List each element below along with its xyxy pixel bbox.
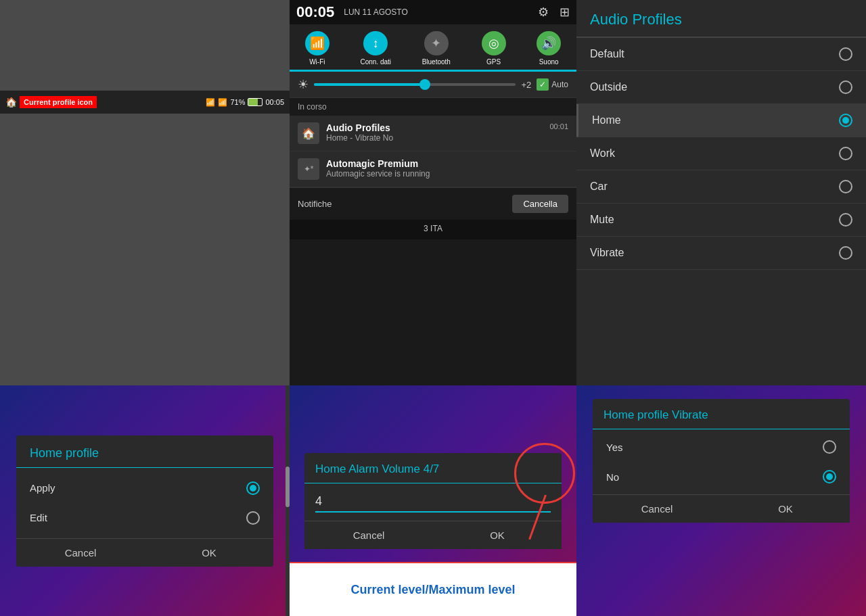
radio-edit[interactable] (246, 511, 260, 525)
vibrate-cancel-button[interactable]: Cancel (593, 495, 721, 523)
profile-vibrate[interactable]: Vibrate (576, 237, 866, 270)
volume-cancel-button[interactable]: Cancel (304, 521, 433, 549)
radio-yes[interactable] (823, 440, 836, 454)
bluetooth-icon: ✦ (424, 31, 449, 55)
auto-checkbox[interactable]: ✓ (537, 78, 549, 91)
radio-default[interactable] (839, 47, 852, 61)
notif-time: 00:05 (296, 3, 334, 21)
dialog-ok-button[interactable]: OK (145, 539, 273, 567)
dialog-options: Apply Edit (16, 468, 273, 538)
battery-level: 71% (230, 98, 245, 106)
option-apply[interactable]: Apply (16, 473, 273, 503)
panel-header: Audio Profiles (576, 0, 866, 38)
keyboard-bar (290, 237, 576, 239)
automagic-icon: ✦* (298, 158, 319, 180)
dialog-cancel-button[interactable]: Cancel (16, 539, 145, 567)
radio-vibrate[interactable] (839, 246, 852, 260)
option-edit[interactable]: Edit (16, 503, 273, 533)
annotation-box: Current level/Maximum level (290, 562, 576, 616)
vibrate-title: Home profile Vibrate (593, 399, 850, 429)
sound-icon: 🔊 (537, 31, 561, 55)
grid-icon[interactable]: ⊞ (560, 5, 570, 20)
radio-car[interactable] (839, 180, 852, 193)
radio-apply[interactable] (246, 481, 260, 495)
keyboard-indicator: 3 ITA (290, 220, 576, 237)
scroll-indicator (286, 385, 290, 616)
toggle-gps[interactable]: ◎ GPS (482, 31, 506, 66)
toggle-sound[interactable]: 🔊 Suono (537, 31, 561, 66)
brightness-icon: ☀ (298, 77, 309, 92)
vibrate-option-no[interactable]: No (593, 462, 850, 492)
profile-mute[interactable]: Mute (576, 204, 866, 237)
dialog-actions: Cancel OK (16, 538, 273, 567)
battery-bar (248, 98, 263, 106)
notification-panel: 00:05 LUN 11 AGOSTO ⚙ ⊞ 📶 Wi-Fi ↕ Conn. … (290, 0, 576, 385)
cancella-button[interactable]: Cancella (512, 195, 568, 213)
toggle-wifi[interactable]: 📶 Wi-Fi (305, 31, 329, 66)
notif-status-bar: 00:05 LUN 11 AGOSTO ⚙ ⊞ (290, 0, 576, 24)
notif-audio-content: Audio Profiles Home - Vibrate No (326, 122, 543, 143)
wifi-icon: 📶 (305, 31, 329, 55)
bottom-right-quadrant: Home profile Vibrate Yes No Cancel OK (576, 385, 866, 616)
gps-icon: ◎ (482, 31, 506, 55)
radio-mute[interactable] (839, 213, 852, 227)
profile-label: Current profile icon (20, 96, 97, 108)
notif-actions: Notifiche Cancella (290, 187, 576, 220)
volume-input[interactable] (315, 492, 551, 513)
vibrate-dialog: Home profile Vibrate Yes No Cancel OK (593, 399, 850, 523)
panel-title: Audio Profiles (590, 11, 682, 28)
signal-icon: 📶 (218, 98, 227, 107)
in-corso-label: In corso (290, 98, 576, 116)
radio-outside[interactable] (839, 80, 852, 94)
audio-profiles-panel: Audio Profiles Default Outside Home Work… (576, 0, 866, 385)
vibrate-option-yes[interactable]: Yes (593, 432, 850, 462)
brightness-row: ☀ +2 ✓ Auto (290, 72, 576, 98)
brightness-slider[interactable] (314, 83, 516, 86)
volume-dialog: Home Alarm Volume 4/7 Cancel OK (304, 453, 562, 549)
volume-input-row (304, 483, 562, 521)
notif-audio-time: 00:01 (549, 122, 568, 131)
profile-default[interactable]: Default (576, 38, 866, 71)
brightness-value: +2 (521, 80, 531, 90)
volume-title-wrapper: Home Alarm Volume 4/7 (304, 453, 562, 483)
volume-ok-button[interactable]: OK (433, 521, 562, 549)
profile-work[interactable]: Work (576, 137, 866, 170)
profile-home[interactable]: Home (576, 104, 866, 137)
home-profile-title: Home profile (16, 435, 273, 468)
profile-list: Default Outside Home Work Car Mute Vibra… (576, 38, 866, 270)
status-time: 00:05 (265, 98, 284, 106)
notif-date: LUN 11 AGOSTO (344, 7, 407, 17)
notif-audio-profiles[interactable]: 🏠 Audio Profiles Home - Vibrate No 00:01 (290, 116, 576, 151)
annotation-text: Current level/Maximum level (350, 583, 515, 597)
notif-automagic-subtitle: Automagic service is running (326, 169, 568, 179)
top-left-quadrant: 🏠 Current profile icon 📶 📶 71% 00:05 (0, 0, 290, 385)
radio-no[interactable] (823, 470, 836, 483)
home-icon: 🏠 (5, 97, 17, 108)
quick-toggles: 📶 Wi-Fi ↕ Conn. dati ✦ Bluetooth ◎ GPS 🔊… (290, 24, 576, 72)
vibrate-ok-button[interactable]: OK (721, 495, 850, 523)
brightness-auto[interactable]: ✓ Auto (537, 78, 568, 91)
audio-profiles-icon: 🏠 (298, 122, 319, 144)
volume-dialog-title: Home Alarm Volume 4/7 (304, 453, 562, 483)
notif-automagic[interactable]: ✦* Automagic Premium Automagic service i… (290, 151, 576, 187)
notif-automagic-content: Automagic Premium Automagic service is r… (326, 158, 568, 179)
settings-icon[interactable]: ⚙ (538, 5, 549, 20)
profile-outside[interactable]: Outside (576, 71, 866, 104)
status-bar: 🏠 Current profile icon 📶 📶 71% 00:05 (0, 91, 290, 114)
data-icon: ↕ (363, 31, 388, 55)
wifi-status-icon: 📶 (206, 98, 215, 107)
vibrate-actions: Cancel OK (593, 494, 850, 523)
toggle-bluetooth[interactable]: ✦ Bluetooth (422, 31, 451, 66)
vibrate-options: Yes No (593, 429, 850, 494)
radio-home[interactable] (839, 114, 852, 127)
notifiche-label: Notifiche (298, 199, 332, 209)
toggle-data[interactable]: ↕ Conn. dati (360, 31, 391, 66)
bottom-left-quadrant: Home profile Apply Edit Cancel OK (0, 385, 290, 616)
notif-audio-title: Audio Profiles (326, 122, 543, 133)
scroll-thumb[interactable] (286, 467, 290, 507)
notif-automagic-title: Automagic Premium (326, 158, 568, 169)
status-icons-right: 📶 📶 71% 00:05 (206, 98, 284, 107)
radio-work[interactable] (839, 147, 852, 160)
volume-actions: Cancel OK (304, 521, 562, 549)
profile-car[interactable]: Car (576, 170, 866, 204)
